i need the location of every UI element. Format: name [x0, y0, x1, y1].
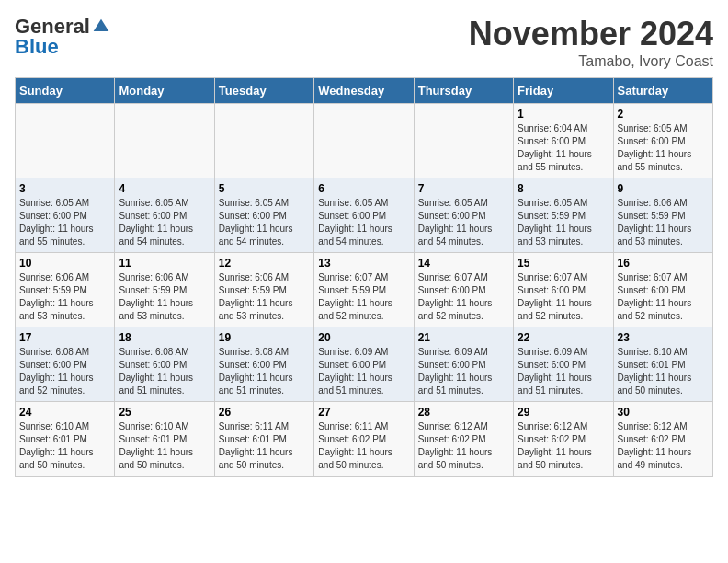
location-text: Tamabo, Ivory Coast — [469, 53, 713, 70]
day-info: Sunrise: 6:05 AM Sunset: 6:00 PM Dayligh… — [219, 197, 310, 248]
calendar-day-cell: 9Sunrise: 6:06 AM Sunset: 5:59 PM Daylig… — [613, 178, 712, 253]
page-header: General Blue November 2024 Tamabo, Ivory… — [15, 15, 713, 70]
calendar-day-cell: 26Sunrise: 6:11 AM Sunset: 6:01 PM Dayli… — [214, 402, 313, 477]
day-number: 9 — [618, 182, 709, 195]
calendar-day-cell: 3Sunrise: 6:05 AM Sunset: 6:00 PM Daylig… — [16, 178, 115, 253]
weekday-header-friday: Friday — [514, 78, 613, 104]
calendar-day-cell: 18Sunrise: 6:08 AM Sunset: 6:00 PM Dayli… — [115, 327, 214, 402]
day-info: Sunrise: 6:06 AM Sunset: 5:59 PM Dayligh… — [618, 197, 709, 248]
day-info: Sunrise: 6:06 AM Sunset: 5:59 PM Dayligh… — [19, 271, 110, 323]
day-number: 20 — [318, 331, 409, 344]
calendar-day-cell — [16, 104, 115, 178]
day-info: Sunrise: 6:10 AM Sunset: 6:01 PM Dayligh… — [618, 346, 709, 397]
day-info: Sunrise: 6:08 AM Sunset: 6:00 PM Dayligh… — [119, 346, 210, 397]
calendar-day-cell: 2Sunrise: 6:05 AM Sunset: 6:00 PM Daylig… — [613, 104, 712, 178]
title-block: November 2024 Tamabo, Ivory Coast — [469, 15, 713, 70]
day-info: Sunrise: 6:05 AM Sunset: 6:00 PM Dayligh… — [318, 197, 409, 248]
month-title: November 2024 — [469, 15, 713, 53]
day-number: 5 — [219, 182, 310, 195]
weekday-header-sunday: Sunday — [16, 78, 115, 104]
calendar-week-4: 17Sunrise: 6:08 AM Sunset: 6:00 PM Dayli… — [16, 327, 713, 402]
logo: General Blue — [15, 15, 110, 59]
day-number: 8 — [518, 182, 609, 195]
calendar-day-cell: 23Sunrise: 6:10 AM Sunset: 6:01 PM Dayli… — [613, 327, 712, 402]
day-number: 12 — [219, 257, 310, 270]
calendar-day-cell: 21Sunrise: 6:09 AM Sunset: 6:00 PM Dayli… — [414, 327, 513, 402]
calendar-day-cell — [414, 104, 513, 178]
day-number: 16 — [618, 257, 709, 270]
day-info: Sunrise: 6:11 AM Sunset: 6:02 PM Dayligh… — [318, 420, 409, 472]
day-number: 11 — [119, 257, 210, 270]
logo-icon — [92, 17, 110, 36]
calendar-day-cell: 1Sunrise: 6:04 AM Sunset: 6:00 PM Daylig… — [514, 104, 613, 178]
day-info: Sunrise: 6:04 AM Sunset: 6:00 PM Dayligh… — [518, 122, 609, 174]
calendar-day-cell: 10Sunrise: 6:06 AM Sunset: 5:59 PM Dayli… — [16, 253, 115, 327]
calendar-day-cell: 25Sunrise: 6:10 AM Sunset: 6:01 PM Dayli… — [115, 402, 214, 477]
weekday-header-saturday: Saturday — [613, 78, 712, 104]
calendar-day-cell: 27Sunrise: 6:11 AM Sunset: 6:02 PM Dayli… — [314, 402, 414, 477]
day-number: 23 — [618, 331, 709, 344]
day-number: 21 — [418, 331, 509, 344]
calendar-day-cell: 14Sunrise: 6:07 AM Sunset: 6:00 PM Dayli… — [414, 253, 513, 327]
day-number: 27 — [318, 406, 409, 419]
calendar-day-cell: 13Sunrise: 6:07 AM Sunset: 5:59 PM Dayli… — [314, 253, 414, 327]
calendar-day-cell: 19Sunrise: 6:08 AM Sunset: 6:00 PM Dayli… — [214, 327, 313, 402]
calendar-day-cell — [214, 104, 313, 178]
calendar-day-cell: 22Sunrise: 6:09 AM Sunset: 6:00 PM Dayli… — [514, 327, 613, 402]
day-info: Sunrise: 6:12 AM Sunset: 6:02 PM Dayligh… — [418, 420, 509, 472]
day-number: 15 — [518, 257, 609, 270]
calendar-week-2: 3Sunrise: 6:05 AM Sunset: 6:00 PM Daylig… — [16, 178, 713, 253]
day-info: Sunrise: 6:07 AM Sunset: 6:00 PM Dayligh… — [518, 271, 609, 323]
calendar-day-cell: 24Sunrise: 6:10 AM Sunset: 6:01 PM Dayli… — [16, 402, 115, 477]
day-info: Sunrise: 6:07 AM Sunset: 6:00 PM Dayligh… — [618, 271, 709, 323]
day-number: 10 — [19, 257, 110, 270]
calendar-day-cell: 12Sunrise: 6:06 AM Sunset: 5:59 PM Dayli… — [214, 253, 313, 327]
logo-blue-text: Blue — [15, 35, 59, 59]
calendar-day-cell: 7Sunrise: 6:05 AM Sunset: 6:00 PM Daylig… — [414, 178, 513, 253]
day-info: Sunrise: 6:10 AM Sunset: 6:01 PM Dayligh… — [19, 420, 110, 472]
day-number: 26 — [219, 406, 310, 419]
calendar-week-1: 1Sunrise: 6:04 AM Sunset: 6:00 PM Daylig… — [16, 104, 713, 178]
weekday-header-thursday: Thursday — [414, 78, 513, 104]
calendar-day-cell: 6Sunrise: 6:05 AM Sunset: 6:00 PM Daylig… — [314, 178, 414, 253]
day-number: 2 — [618, 108, 709, 121]
calendar-week-3: 10Sunrise: 6:06 AM Sunset: 5:59 PM Dayli… — [16, 253, 713, 327]
day-info: Sunrise: 6:11 AM Sunset: 6:01 PM Dayligh… — [219, 420, 310, 472]
calendar-day-cell: 11Sunrise: 6:06 AM Sunset: 5:59 PM Dayli… — [115, 253, 214, 327]
day-info: Sunrise: 6:12 AM Sunset: 6:02 PM Dayligh… — [518, 420, 609, 472]
day-info: Sunrise: 6:05 AM Sunset: 6:00 PM Dayligh… — [618, 122, 709, 174]
calendar-day-cell: 28Sunrise: 6:12 AM Sunset: 6:02 PM Dayli… — [414, 402, 513, 477]
weekday-header-tuesday: Tuesday — [214, 78, 313, 104]
day-number: 28 — [418, 406, 509, 419]
day-info: Sunrise: 6:09 AM Sunset: 6:00 PM Dayligh… — [318, 346, 409, 397]
day-number: 19 — [219, 331, 310, 344]
day-number: 4 — [119, 182, 210, 195]
calendar-week-5: 24Sunrise: 6:10 AM Sunset: 6:01 PM Dayli… — [16, 402, 713, 477]
day-info: Sunrise: 6:10 AM Sunset: 6:01 PM Dayligh… — [119, 420, 210, 472]
weekday-header-wednesday: Wednesday — [314, 78, 414, 104]
calendar-day-cell: 16Sunrise: 6:07 AM Sunset: 6:00 PM Dayli… — [613, 253, 712, 327]
weekday-header-monday: Monday — [115, 78, 214, 104]
day-number: 6 — [318, 182, 409, 195]
day-info: Sunrise: 6:06 AM Sunset: 5:59 PM Dayligh… — [219, 271, 310, 323]
day-number: 1 — [518, 108, 609, 121]
day-info: Sunrise: 6:05 AM Sunset: 6:00 PM Dayligh… — [418, 197, 509, 248]
day-number: 17 — [19, 331, 110, 344]
svg-marker-0 — [94, 19, 109, 31]
day-info: Sunrise: 6:05 AM Sunset: 6:00 PM Dayligh… — [19, 197, 110, 248]
calendar-day-cell: 17Sunrise: 6:08 AM Sunset: 6:00 PM Dayli… — [16, 327, 115, 402]
day-info: Sunrise: 6:07 AM Sunset: 5:59 PM Dayligh… — [318, 271, 409, 323]
calendar-day-cell: 5Sunrise: 6:05 AM Sunset: 6:00 PM Daylig… — [214, 178, 313, 253]
day-info: Sunrise: 6:09 AM Sunset: 6:00 PM Dayligh… — [518, 346, 609, 397]
day-info: Sunrise: 6:12 AM Sunset: 6:02 PM Dayligh… — [618, 420, 709, 472]
day-number: 25 — [119, 406, 210, 419]
day-number: 7 — [418, 182, 509, 195]
day-number: 29 — [518, 406, 609, 419]
day-info: Sunrise: 6:05 AM Sunset: 6:00 PM Dayligh… — [119, 197, 210, 248]
day-info: Sunrise: 6:08 AM Sunset: 6:00 PM Dayligh… — [219, 346, 310, 397]
calendar-day-cell: 30Sunrise: 6:12 AM Sunset: 6:02 PM Dayli… — [613, 402, 712, 477]
calendar-day-cell: 4Sunrise: 6:05 AM Sunset: 6:00 PM Daylig… — [115, 178, 214, 253]
calendar-day-cell — [115, 104, 214, 178]
calendar-day-cell: 8Sunrise: 6:05 AM Sunset: 5:59 PM Daylig… — [514, 178, 613, 253]
day-info: Sunrise: 6:08 AM Sunset: 6:00 PM Dayligh… — [19, 346, 110, 397]
